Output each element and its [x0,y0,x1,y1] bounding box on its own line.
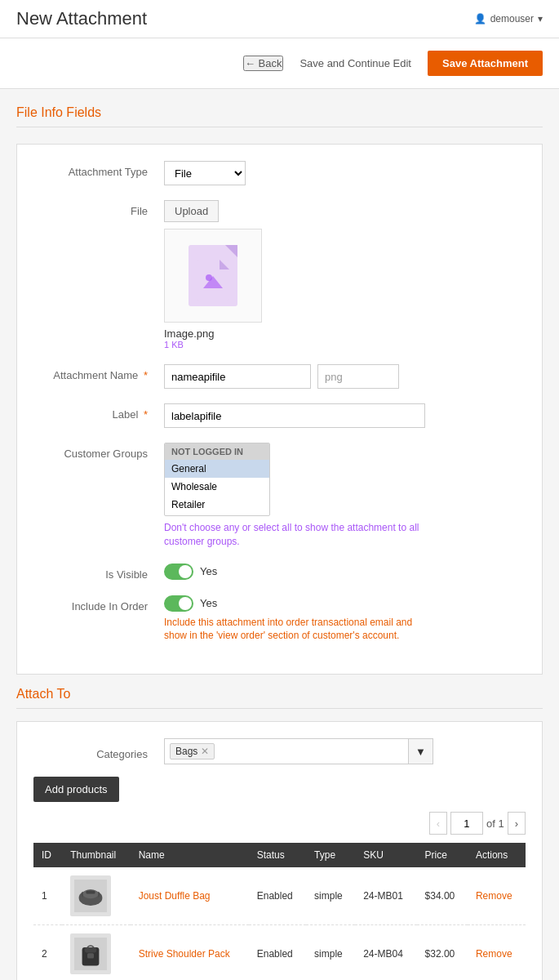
page-total: of 1 [486,817,504,830]
col-id: ID [33,843,62,867]
svg-rect-11 [87,953,94,958]
file-info-form: Attachment Type File URL File Upload [16,144,543,675]
group-not-logged-in[interactable]: NOT LOGGED IN [165,443,269,460]
table-body: 1 [33,867,526,980]
customer-groups-label: Customer Groups [33,443,164,460]
product-thumbnail [70,933,111,974]
attachment-name-row: Attachment Name * [33,364,526,389]
file-name: Image.png [164,327,526,340]
label-input[interactable] [164,403,425,428]
page-header: New Attachment 👤 demouser ▾ [0,0,559,38]
file-preview [164,229,262,323]
file-info-section: File Info Fields [16,105,543,127]
main-content: File Info Fields Attachment Type File UR… [0,105,559,980]
file-control: Upload Image.png 1 KB [164,200,526,350]
save-attachment-button[interactable]: Save Attachment [428,51,543,76]
row1-name: Joust Duffle Bag [131,867,249,925]
col-name: Name [131,843,249,867]
next-page-button[interactable]: › [508,812,526,835]
categories-input-wrapper: Bags ✕ ▼ [164,738,526,764]
row1-sku: 24-MB01 [355,867,416,925]
include-in-order-label: Include In Order [33,595,164,612]
page-title: New Attachment [16,8,147,29]
attachment-name-input[interactable] [164,364,311,389]
prev-page-button[interactable]: ‹ [429,812,447,835]
is-visible-toggle[interactable] [164,564,193,580]
is-visible-control: Yes [164,564,526,580]
group-retailer[interactable]: Retailer [165,496,269,514]
product-name-link[interactable]: Joust Duffle Bag [139,890,211,902]
upload-button[interactable]: Upload [164,200,219,222]
table-row: 1 [33,867,526,925]
label-required: * [144,408,148,421]
is-visible-row: Is Visible Yes [33,564,526,581]
category-tag-close[interactable]: ✕ [201,746,209,757]
customer-groups-select[interactable]: NOT LOGGED IN General Wholesale Retailer [164,443,270,516]
row1-thumbnail [62,867,131,925]
svg-rect-7 [87,891,95,894]
col-type: Type [306,843,355,867]
col-actions: Actions [468,843,526,867]
table-header: ID Thumbnail Name Status Type SKU Price … [33,843,526,867]
row2-thumbnail [62,925,131,980]
svg-rect-10 [85,947,96,952]
category-tag-bags: Bags ✕ [170,743,215,760]
remove-button-row1[interactable]: Remove [476,890,512,902]
attachment-name-required: * [144,369,148,381]
attach-to-form: Categories Bags ✕ ▼ Add products ‹ of [16,721,543,980]
customer-groups-hint: Don't choose any or select all to show t… [164,521,425,549]
remove-button-row2[interactable]: Remove [476,948,512,960]
products-table: ID Thumbnail Name Status Type SKU Price … [33,843,526,980]
attachment-type-row: Attachment Type File URL [33,161,526,185]
product-thumbnail [70,875,111,916]
add-products-button[interactable]: Add products [33,777,119,802]
page-current-input[interactable] [450,812,483,835]
attach-to-section: Attach To [16,687,543,709]
categories-input[interactable]: Bags ✕ [164,738,409,764]
username: demouser [490,13,534,24]
row2-name: Strive Shoulder Pack [131,925,249,980]
include-in-order-value: Yes [200,597,217,609]
row1-actions: Remove [468,867,526,925]
file-label: File [33,200,164,217]
attachment-ext-input[interactable] [317,364,399,389]
row2-price: $32.00 [417,925,468,980]
row1-status: Enabled [249,867,306,925]
save-continue-button[interactable]: Save and Continue Edit [299,57,411,69]
col-status: Status [249,843,306,867]
user-menu[interactable]: 👤 demouser ▾ [474,13,543,24]
file-info-title: File Info Fields [16,105,543,127]
row2-id: 2 [33,925,62,980]
attachment-type-select[interactable]: File URL [164,161,246,185]
file-icon [189,245,237,306]
is-visible-value: Yes [200,565,217,577]
customer-groups-control: NOT LOGGED IN General Wholesale Retailer… [164,443,526,549]
row2-status: Enabled [249,925,306,980]
is-visible-label: Is Visible [33,564,164,581]
table-row: 2 [33,925,526,980]
user-icon: 👤 [474,13,486,24]
attachment-type-label: Attachment Type [33,161,164,178]
row1-price: $34.00 [417,867,468,925]
categories-row: Categories Bags ✕ ▼ [33,738,526,764]
table-header-row: ID Thumbnail Name Status Type SKU Price … [33,843,526,867]
label-row: Label * [33,403,526,428]
file-size: 1 KB [164,340,526,350]
include-in-order-hint: Include this attachment into order trans… [164,616,425,644]
toolbar: ← Back Save and Continue Edit Save Attac… [0,38,559,89]
include-in-order-toggle[interactable] [164,595,193,612]
row2-actions: Remove [468,925,526,980]
row1-id: 1 [33,867,62,925]
back-button[interactable]: ← Back [243,56,284,71]
group-general[interactable]: General [165,460,269,478]
product-name-link[interactable]: Strive Shoulder Pack [139,948,230,960]
category-tag-label: Bags [175,746,197,757]
include-in-order-toggle-row: Yes [164,595,526,612]
attachment-type-control: File URL [164,161,526,185]
attach-to-title: Attach To [16,687,543,709]
categories-dropdown-button[interactable]: ▼ [409,738,433,764]
categories-control: Bags ✕ ▼ [164,738,526,764]
row2-type: simple [306,925,355,980]
group-wholesale[interactable]: Wholesale [165,478,269,496]
col-price: Price [417,843,468,867]
